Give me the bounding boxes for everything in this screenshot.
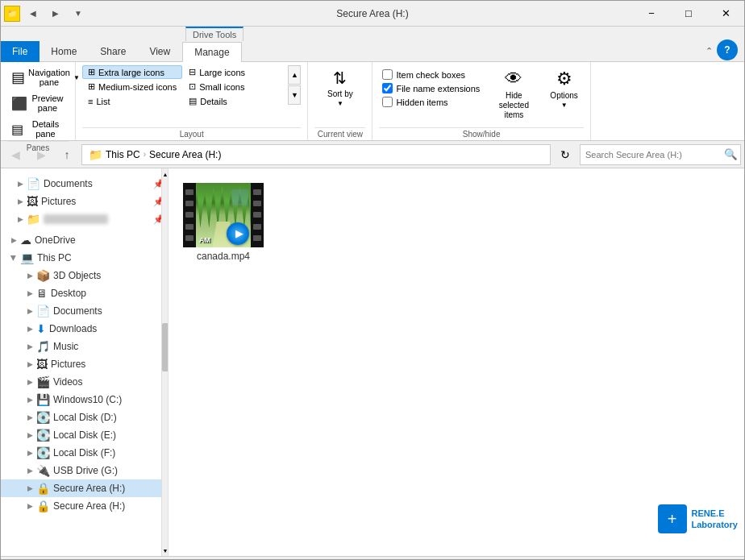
medium-icon: ⊞: [88, 81, 95, 92]
music-label: Music: [53, 341, 78, 352]
navigation-pane-btn[interactable]: ▤ Navigation pane ▼: [7, 65, 69, 89]
sidebar-item-downloads[interactable]: ▶ ⬇ Downloads: [1, 320, 168, 338]
quick-access-back[interactable]: ◀: [23, 5, 43, 23]
watermark: + RENE.E Laboratory: [658, 504, 738, 533]
pictures-icon: 🖼: [27, 195, 38, 208]
tab-share[interactable]: Share: [89, 41, 138, 62]
sidebar-item-securearea-h[interactable]: ▶ 🔒 Secure Area (H:): [1, 479, 168, 497]
timestamp-label: AM: [199, 236, 210, 244]
sidebar-item-onedrive[interactable]: ▶ ☁ OneDrive: [1, 231, 168, 249]
sidebar-item-pictures-pinned[interactable]: ▶ 🖼 Pictures 📌: [1, 193, 168, 210]
music-icon: 🎵: [36, 340, 50, 353]
refresh-button[interactable]: ↻: [554, 143, 576, 166]
ribbon-expand-btn[interactable]: ⌃: [701, 43, 717, 59]
breadcrumb-this-pc[interactable]: This PC: [106, 149, 140, 160]
sidebar-item-localdisk-d[interactable]: ▶ 💽 Local Disk (D:): [1, 409, 168, 426]
sidebar-item-windows10[interactable]: ▶ 💾 Windows10 (C:): [1, 391, 168, 409]
sidebar-item-documents-pinned[interactable]: ▶ 📄 Documents 📌: [1, 175, 168, 193]
documents-icon: 📄: [27, 177, 40, 190]
usb-icon: 🔌: [36, 464, 50, 477]
hide-selected-btn[interactable]: 👁 Hide selected items: [489, 65, 538, 123]
help-button[interactable]: ?: [717, 39, 738, 60]
sidebar-item-thispc[interactable]: ▶ 💻 This PC: [1, 249, 168, 267]
navigation-pane-label: Navigation pane: [28, 68, 70, 87]
file-thumbnail: AM ▶: [183, 183, 264, 247]
sidebar-item-pictures[interactable]: ▶ 🖼 Pictures: [1, 355, 168, 373]
search-submit-button[interactable]: 🔍: [721, 145, 740, 164]
sidebar-item-documents[interactable]: ▶ 📄 Documents: [1, 302, 168, 320]
file-item-canada-mp4[interactable]: AM ▶ canada.mp4: [175, 175, 272, 270]
file-extensions-input[interactable]: [382, 83, 393, 93]
expand-icon: ▶: [14, 177, 27, 190]
breadcrumb-sep-1: ›: [144, 150, 146, 159]
sidebar-item-music[interactable]: ▶ 🎵 Music: [1, 338, 168, 355]
expand-icon: ▶: [23, 482, 36, 495]
breadcrumb[interactable]: 📁 This PC › Secure Area (H:): [81, 144, 551, 165]
sidebar-scrollbar[interactable]: ▲ ▼: [161, 168, 168, 556]
layout-small[interactable]: ⊡ Small icons: [183, 80, 283, 93]
sidebar-item-desktop[interactable]: ▶ 🖥 Desktop: [1, 284, 168, 302]
hidden-items-input[interactable]: [382, 97, 393, 107]
sidebar-scrollbar-thumb: [162, 323, 169, 371]
file-extensions-label[interactable]: File name extensions: [379, 82, 483, 94]
sidebar-item-localdisk-e[interactable]: ▶ 💽 Local Disk (E:): [1, 426, 168, 444]
layout-details[interactable]: ▤ Details: [183, 94, 283, 108]
sidebar-item-3dobjects[interactable]: ▶ 📦 3D Objects: [1, 267, 168, 284]
watermark-text: RENE.E Laboratory: [692, 508, 738, 531]
scroll-down-btn[interactable]: ▼: [162, 545, 169, 556]
ribbon-group-show-hide: Item check boxes File name extensions Hi…: [372, 62, 590, 140]
details-pane-btn[interactable]: ▤ Details pane: [7, 117, 69, 141]
current-view-label: Current view: [314, 127, 365, 139]
tab-home[interactable]: Home: [40, 41, 89, 62]
item-checkboxes-label[interactable]: Item check boxes: [379, 68, 483, 81]
options-icon: ⚙: [556, 68, 572, 89]
tab-manage[interactable]: Manage: [182, 42, 241, 63]
sidebar-item-videos[interactable]: ▶ 🎬 Videos: [1, 373, 168, 391]
sidebar-item-usb-g[interactable]: ▶ 🔌 USB Drive (G:): [1, 462, 168, 479]
expand-icon: ▶: [23, 429, 36, 442]
item-checkboxes-input[interactable]: [382, 69, 393, 80]
preview-pane-btn[interactable]: ⬛ Preview pane: [7, 91, 69, 115]
sort-by-btn[interactable]: ⇅ Sort by ▼: [322, 65, 359, 110]
layout-medium[interactable]: ⊞ Medium-sized icons: [82, 80, 182, 93]
film-strip-right: [251, 183, 264, 247]
scroll-up-btn[interactable]: ▲: [162, 168, 169, 180]
sidebar-item-securearea-h2[interactable]: ▶ 🔒 Secure Area (H:): [1, 497, 168, 515]
thispc-label: This PC: [37, 252, 72, 263]
expand-icon: ▶: [23, 269, 36, 282]
sidebar-item-blurred[interactable]: ▶ 📁 📌: [1, 210, 168, 228]
close-button[interactable]: ✕: [707, 1, 744, 27]
quick-access-dropdown[interactable]: ▼: [69, 5, 88, 23]
onedrive-icon: ☁: [20, 234, 31, 247]
ribbon-header: Drive Tools File Home Share View Manage …: [1, 27, 744, 62]
sidebar-item-localdisk-f[interactable]: ▶ 💽 Local Disk (F:): [1, 444, 168, 462]
pictures-icon-2: 🖼: [36, 358, 48, 371]
videos-label: Videos: [53, 376, 82, 388]
maximize-button[interactable]: □: [670, 1, 707, 27]
layout-list[interactable]: ≡ List: [82, 94, 182, 108]
videos-icon: 🎬: [36, 375, 50, 388]
hidden-items-label[interactable]: Hidden items: [379, 96, 483, 108]
expand-icon: ▶: [23, 411, 36, 424]
grid-icon: ⊞: [88, 67, 95, 77]
layout-scroll-down[interactable]: ▼: [288, 85, 301, 105]
thispc-icon: 💻: [20, 251, 34, 264]
details-list-icon: ▤: [189, 96, 197, 106]
secure2-icon: 🔒: [36, 500, 50, 512]
layout-extra-large[interactable]: ⊞ Extra large icons: [82, 65, 182, 79]
search-input[interactable]: [581, 145, 721, 164]
downloads-label: Downloads: [49, 323, 97, 334]
tab-file[interactable]: File: [1, 41, 40, 62]
breadcrumb-secure-area[interactable]: Secure Area (H:): [149, 149, 221, 160]
pictures-label-2: Pictures: [51, 359, 85, 370]
layout-scroll-up[interactable]: ▲: [288, 65, 301, 85]
file-area: AM ▶ canada.mp4 + RENE.E La: [169, 168, 744, 556]
tab-view[interactable]: View: [138, 41, 182, 62]
disk-f-label: Local Disk (F:): [53, 447, 115, 458]
minimize-button[interactable]: −: [633, 1, 670, 27]
options-btn[interactable]: ⚙ Options ▼: [544, 65, 583, 112]
quick-access-forward[interactable]: ▶: [46, 5, 65, 23]
play-triangle: ▶: [235, 228, 243, 239]
layout-large[interactable]: ⊟ Large icons: [183, 65, 283, 79]
search-box[interactable]: 🔍: [580, 144, 741, 165]
